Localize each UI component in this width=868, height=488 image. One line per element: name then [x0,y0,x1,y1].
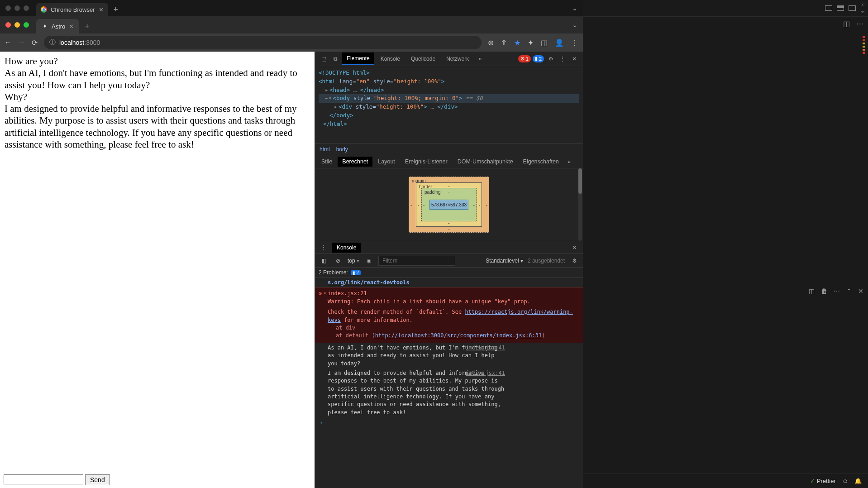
settings-icon[interactable]: ⚙ [569,256,579,266]
kebab-icon[interactable]: ⋮ [558,54,568,64]
dom-line[interactable]: <!DOCTYPE html> [319,69,579,77]
status-bar: ✓ Prettier ☺ 🔔 [583,474,868,488]
dom-line[interactable]: <html lang="en" style="height: 100%"> [319,77,579,86]
clear-console-icon[interactable]: ⊘ [333,256,343,266]
traffic-dot [14,5,20,11]
dom-line[interactable]: </html> [319,120,579,129]
dom-tree[interactable]: <!DOCTYPE html> <html lang="en" style="h… [315,66,583,143]
close-icon[interactable]: ✕ [569,243,579,253]
close-icon[interactable]: ✕ [69,23,74,30]
console-log[interactable]: s.org/link/react-devtools ▸ index.jsx:21… [315,278,583,488]
tab-computed[interactable]: Berechnet [338,157,372,167]
new-tab-button[interactable]: + [114,5,119,14]
console-filter-input[interactable] [378,256,455,266]
tab-dom-breakpoints[interactable]: DOM-Umschaltpunkte [453,157,518,167]
page-content: How are you? As an AI, I don't have emot… [0,52,315,488]
outer-traffic-lights [5,5,29,11]
menu-icon[interactable]: ⋮ [571,38,578,47]
close-window-button[interactable] [5,22,11,28]
drawer-tab-console[interactable]: Konsole [332,243,361,253]
crumb-html[interactable]: html [320,146,330,153]
bell-icon[interactable]: 🔔 [854,478,862,484]
prettier-status[interactable]: ✓ Prettier [810,478,836,484]
zoom-icon[interactable]: ⊕ [488,38,494,47]
chat-input[interactable] [4,474,83,484]
forward-button[interactable]: → [18,38,25,47]
tab-styles[interactable]: Stile [317,157,337,167]
inspect-icon[interactable]: ⬚ [319,54,329,64]
back-button[interactable]: ← [5,38,12,47]
context-selector[interactable]: top ▾ [348,258,359,264]
editor-panel-controls: ◫ ⋯ [583,16,868,31]
tab-layout[interactable]: Layout [373,157,400,167]
crumb-body[interactable]: body [336,146,348,153]
log-error[interactable]: ▸ index.jsx:21 Warning: Each child in a … [315,287,583,343]
extensions-icon[interactable]: ✦ [528,38,534,47]
sidebar-toggle-icon[interactable]: ◧ [319,256,329,266]
live-expression-icon[interactable]: ◉ [364,256,374,266]
tab-properties[interactable]: Eigenschaften [519,157,563,167]
tab-network[interactable]: Netzwerk [442,53,473,65]
bookmark-icon[interactable]: ★ [514,38,520,47]
close-icon[interactable]: ✕ [858,287,863,295]
profile-icon[interactable]: 👤 [555,38,564,47]
tabs-chevron-icon[interactable]: ⌄ [572,21,577,29]
kebab-icon[interactable]: ⋮ [319,243,329,253]
dom-line[interactable]: ▸<div style="height: 100%"> … </div> [319,103,579,111]
more-icon[interactable]: ⋯ [856,19,863,28]
more-icon[interactable]: ⋯ [834,287,840,295]
close-icon[interactable]: ✕ [99,6,104,13]
send-button[interactable]: Send [85,474,110,485]
maximize-window-button[interactable] [24,22,29,28]
log-line[interactable]: s.org/link/react-devtools [315,278,583,287]
problems-row[interactable]: 2 Probleme: ▮ 2 [315,268,583,278]
layout-icon[interactable] [825,5,832,11]
chevron-up-icon[interactable]: ⌃ [846,287,852,295]
grid-icon[interactable]: ▫▫▫▫ [860,0,863,16]
feedback-icon[interactable]: ☺ [842,478,848,484]
url-host: localhost [59,39,84,46]
minimize-window-button[interactable] [14,22,20,28]
layout-icon[interactable] [837,5,844,11]
tabs-chevron-icon[interactable]: ⌄ [572,5,577,12]
dom-line[interactable]: ▸<head> … </head> [319,86,579,95]
more-tabs-icon[interactable]: » [475,54,485,64]
close-icon[interactable]: ✕ [569,54,579,64]
layout-icon[interactable] [849,5,856,11]
reload-button[interactable]: ⟳ [32,38,38,47]
breadcrumb[interactable]: html body [315,143,583,155]
log-line[interactable]: index.jsx:41 I am designed to provide he… [315,368,510,417]
outer-tab-chrome[interactable]: Chrome Browser ✕ [36,3,108,16]
scrollbar[interactable] [578,168,582,241]
error-badge[interactable]: ⊗ 1 [518,55,531,62]
panel-icon[interactable]: ◫ [809,287,815,295]
address-bar[interactable]: ⓘ localhost:3000 [44,36,482,49]
tab-console[interactable]: Konsole [376,53,405,65]
side-panel-icon[interactable]: ◫ [541,38,548,47]
box-model: margin - - - - border - - - - [315,168,583,241]
minimap[interactable] [863,36,865,63]
dom-line-selected[interactable]: ⋯▾<body style="height: 100%; margin: 0">… [319,94,579,103]
browser-tab-astro[interactable]: ✦ Astro ✕ [36,19,79,33]
astro-icon: ✦ [42,23,48,29]
settings-icon[interactable]: ⚙ [546,54,556,64]
tab-sources[interactable]: Quellcode [406,53,440,65]
site-info-icon[interactable]: ⓘ [49,38,56,47]
chat-message: How are you? [5,55,310,67]
console-prompt[interactable] [315,417,583,429]
tab-elements[interactable]: Elemente [342,53,374,65]
device-icon[interactable]: ⧉ [330,54,340,64]
log-level-selector[interactable]: Standardlevel ▾ [486,258,523,264]
tab-listeners[interactable]: Ereignis-Listener [401,157,452,167]
trash-icon[interactable]: 🗑 [821,287,827,295]
split-icon[interactable]: ◫ [843,19,850,28]
url-path: :3000 [84,39,100,46]
message-badge[interactable]: ▮ 2 [533,55,544,62]
dom-line[interactable]: </body> [319,111,579,120]
share-icon[interactable]: ⇧ [501,38,507,47]
traffic-dot [5,5,11,11]
new-tab-button[interactable]: + [85,22,90,31]
outer-tab-title: Chrome Browser [51,6,95,13]
more-tabs-icon[interactable]: » [564,157,574,167]
log-line[interactable]: index.jsx:41 As an AI, I don't have emot… [315,343,510,368]
